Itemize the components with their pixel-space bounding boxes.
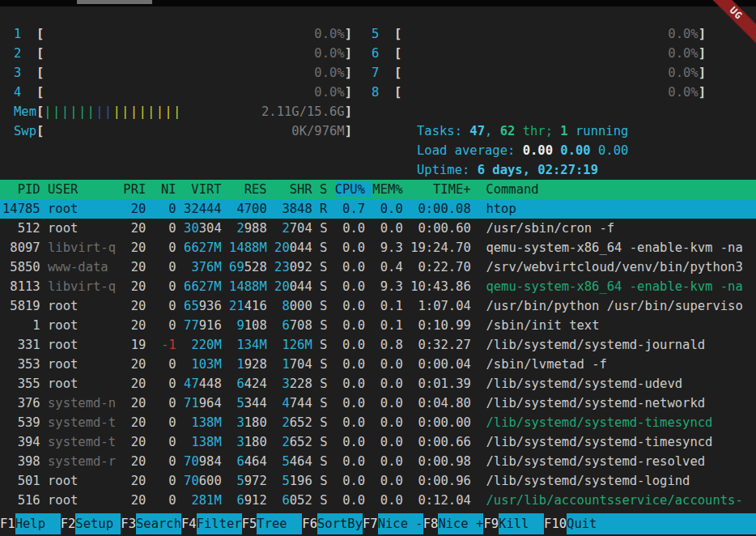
f6-action-label: SortBy	[317, 513, 363, 534]
cell-user: root	[48, 202, 116, 216]
cell-shr-hi: 23	[274, 260, 290, 274]
f3-action-label: Search	[136, 513, 181, 534]
uptime-value: 6 days, 02:27:19	[478, 163, 598, 177]
column-header-ni[interactable]: NI	[154, 182, 184, 197]
process-row-pid-512[interactable]: 512 root 20 0 30304 2988 2704 S 0.0 0.0 …	[0, 219, 756, 238]
process-row-pid-331[interactable]: 331 root 19 -1 220M 134M 126M S 0.0 0.8 …	[0, 335, 756, 355]
cell-mem: 0.0	[372, 435, 402, 449]
cell-virt-hi: 70	[184, 454, 199, 469]
fkey-f4-filter[interactable]: F4Filter	[181, 513, 242, 534]
cpu-meter-1: 1[0.0%]	[14, 24, 352, 44]
cell-pri: 20	[123, 474, 146, 488]
fkey-f10-quit[interactable]: F10Quit	[544, 513, 756, 534]
cell-virt-hi: 6627M	[184, 279, 222, 294]
process-row-pid-1[interactable]: 1 root 20 0 77916 9108 6708 S 0.0 0.1 0:…	[0, 316, 756, 335]
cell-pid: 353	[2, 357, 40, 372]
meters-right-column: 5[0.0%]6[0.0%]7[0.0%]8[0.0%]	[372, 24, 706, 102]
cell-time: 1:07.04	[410, 299, 471, 313]
fkey-f8-nice[interactable]: F8Nice +	[423, 513, 484, 534]
cell-ni: 0	[154, 454, 176, 469]
cpu-meter-4-value: 0.0%	[314, 83, 344, 102]
cell-virt-hi: 30	[184, 221, 199, 236]
cell-shr-hi: 20	[274, 279, 290, 294]
f2-key-label: F2	[61, 513, 76, 534]
column-header-command[interactable]: Command	[486, 182, 538, 197]
fkey-f5-tree[interactable]: F5Tree	[242, 513, 303, 534]
column-header-virt[interactable]: VIRT	[184, 182, 229, 197]
column-header-res[interactable]: RES	[229, 182, 274, 197]
process-row-pid-8113[interactable]: 8113 libvirt-q 20 0 6627M 1488M 20044 S …	[0, 277, 756, 296]
process-row-pid-14785[interactable]: 14785 root 20 0 32444 4700 3848 R 0.7 0.…	[0, 199, 756, 219]
fkey-f2-setup[interactable]: F2Setup	[61, 513, 121, 534]
fkey-f9-kill[interactable]: F9Kill	[483, 513, 544, 534]
column-header-mem[interactable]: MEM%	[372, 182, 410, 197]
fkey-f7-nice[interactable]: F7Nice -	[363, 513, 423, 534]
cell-pid: 398	[2, 454, 40, 469]
terminal-content: 1[0.0%]2[0.0%]3[0.0%]4[0.0%]Mem[||||||||…	[0, 6, 756, 536]
f6-key-label: F6	[302, 513, 317, 534]
cell-cpu: 0.0	[335, 376, 365, 391]
cell-shr-hi: 2	[282, 415, 289, 430]
column-header-user[interactable]: USER	[48, 182, 123, 197]
cpu-meter-6-label: 6	[372, 44, 394, 63]
cell-virt-lo: 964	[199, 396, 222, 411]
f5-action-label: Tree	[257, 513, 302, 534]
cell-user: root	[48, 357, 116, 372]
process-row-pid-501[interactable]: 501 root 20 0 70600 5972 5196 S 0.0 0.0 …	[0, 471, 756, 491]
cell-res-lo: 464	[244, 454, 267, 469]
cpu-meter-1-value: 0.0%	[314, 24, 344, 44]
column-header-time[interactable]: TIME+	[410, 182, 486, 197]
process-row-pid-5850[interactable]: 5850 www-data 20 0 376M 69528 23092 S 0.…	[0, 257, 756, 277]
cell-ni: 0	[154, 299, 176, 313]
cell-user: root	[48, 221, 116, 236]
cell-res-hi: 5	[236, 474, 244, 488]
cell-virt-hi: 220M	[191, 338, 221, 352]
process-row-pid-353[interactable]: 353 root 20 0 103M 1928 1704 S 0.0 0.0 0…	[0, 355, 756, 374]
cell-shr-hi: 6	[282, 493, 289, 508]
cell-res-hi: 1488M	[229, 279, 267, 294]
f8-key-label: F8	[423, 513, 439, 534]
cell-shr-lo: 708	[290, 318, 312, 333]
cell-pri: 20	[123, 435, 146, 449]
cell-command: /usr/bin/python /usr/bin/superviso	[486, 299, 742, 313]
cell-res-hi: 1488M	[229, 240, 267, 255]
swp-meter: Swp[0K/976M]	[14, 121, 352, 141]
cell-command: /usr/lib/accountsservice/accounts-	[486, 493, 742, 508]
cell-shr-hi: 2	[282, 435, 289, 449]
process-row-pid-8097[interactable]: 8097 libvirt-q 20 0 6627M 1488M 20044 S …	[0, 238, 756, 257]
column-header-shr[interactable]: SHR	[274, 182, 320, 197]
cell-time: 0:00.60	[410, 221, 471, 236]
cell-ni: 0	[154, 202, 176, 216]
cell-pid: 512	[2, 221, 40, 236]
fkey-f1-help[interactable]: F1Help	[0, 513, 61, 534]
process-row-pid-398[interactable]: 398 systemd-r 20 0 70984 6464 5464 S 0.0…	[0, 452, 756, 471]
cell-user: libvirt-q	[48, 279, 116, 294]
process-row-pid-516[interactable]: 516 root 20 0 281M 6912 6052 S 0.0 0.0 0…	[0, 491, 756, 510]
cell-shr-hi: 126M	[282, 338, 312, 352]
process-row-pid-539[interactable]: 539 systemd-t 20 0 138M 3180 2652 S 0.0 …	[0, 413, 756, 432]
column-header-pid[interactable]: PID	[2, 182, 48, 197]
cell-res-hi: 3	[236, 435, 244, 449]
cell-pid: 5819	[2, 299, 40, 313]
fkey-f3-search[interactable]: F3Search	[121, 513, 181, 534]
cpu-meter-4: 4[0.0%]	[14, 83, 352, 102]
column-header-pri[interactable]: PRI	[123, 182, 153, 197]
cell-shr-lo: 652	[290, 435, 312, 449]
column-header-cpu[interactable]: CPU%	[335, 182, 373, 197]
process-row-pid-376[interactable]: 376 systemd-n 20 0 71964 5344 4744 S 0.0…	[0, 393, 756, 413]
cell-mem: 9.3	[372, 240, 402, 255]
process-row-pid-394[interactable]: 394 systemd-t 20 0 138M 3180 2652 S 0.0 …	[0, 432, 756, 452]
cell-cpu: 0.0	[335, 240, 365, 255]
cell-pri: 20	[123, 357, 146, 372]
cell-pid: 501	[2, 474, 40, 488]
cell-cpu: 0.0	[335, 454, 365, 469]
tasks-summary: Tasks: 47, 62 thr; 1 running	[372, 102, 752, 121]
fkey-f6-sortby[interactable]: F6SortBy	[302, 513, 363, 534]
process-row-pid-5819[interactable]: 5819 root 20 0 65936 21416 8000 S 0.0 0.…	[0, 296, 756, 316]
cell-shr-hi: 4	[282, 396, 289, 411]
tab-strip-fragment	[77, 0, 152, 4]
f2-action-label: Setup	[75, 513, 121, 534]
column-header-s[interactable]: S	[320, 182, 335, 197]
cell-res-lo: 912	[244, 493, 267, 508]
process-row-pid-355[interactable]: 355 root 20 0 47448 6424 3228 S 0.0 0.0 …	[0, 374, 756, 393]
